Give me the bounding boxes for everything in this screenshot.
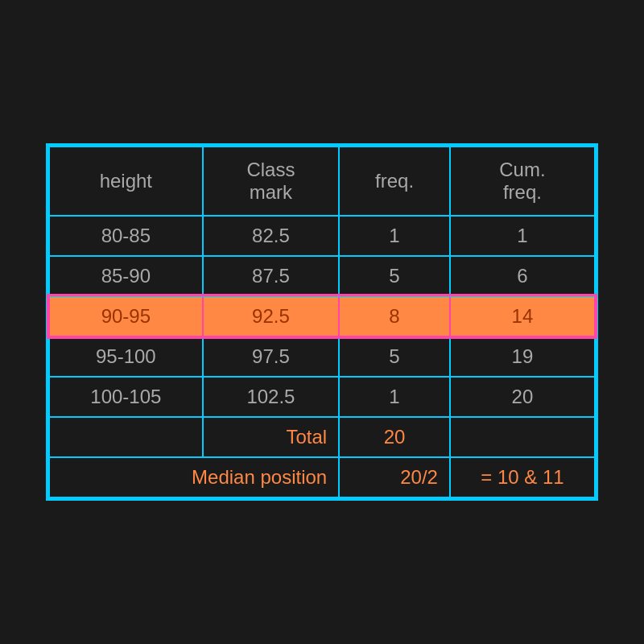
total-label: Total	[203, 417, 340, 457]
cell-height: 90-95	[49, 296, 203, 336]
cell-class-mark: 87.5	[203, 256, 340, 296]
cell-cum-freq: 20	[450, 377, 595, 417]
cell-class-mark: 82.5	[203, 216, 340, 256]
cell-freq: 5	[339, 336, 450, 377]
total-empty-1	[49, 417, 203, 457]
header-height: height	[49, 147, 203, 216]
header-freq: freq.	[339, 147, 450, 216]
cell-cum-freq: 19	[450, 336, 595, 377]
cell-cum-freq: 1	[450, 216, 595, 256]
table-row: 90-95 92.5 8 14	[49, 296, 595, 336]
cell-class-mark: 97.5	[203, 336, 340, 377]
total-row: Total 20	[49, 417, 595, 457]
total-empty-2	[450, 417, 595, 457]
frequency-table: height Class mark freq. Cum. freq. 80-85…	[46, 143, 598, 501]
cell-class-mark: 92.5	[203, 296, 340, 336]
header-row: height Class mark freq. Cum. freq.	[49, 147, 595, 216]
cell-height: 80-85	[49, 216, 203, 256]
cell-height: 95-100	[49, 336, 203, 377]
header-class-mark: Class mark	[203, 147, 340, 216]
cell-freq: 8	[339, 296, 450, 336]
median-value: 20/2	[339, 457, 450, 497]
header-cum-freq: Cum. freq.	[450, 147, 595, 216]
median-row: Median position 20/2 = 10 & 11	[49, 457, 595, 497]
median-label: Median position	[49, 457, 339, 497]
cell-cum-freq: 6	[450, 256, 595, 296]
cell-class-mark: 102.5	[203, 377, 340, 417]
cell-height: 85-90	[49, 256, 203, 296]
table-row: 100-105 102.5 1 20	[49, 377, 595, 417]
table-row: 85-90 87.5 5 6	[49, 256, 595, 296]
table-row: 95-100 97.5 5 19	[49, 336, 595, 377]
cell-freq: 1	[339, 377, 450, 417]
cell-cum-freq: 14	[450, 296, 595, 336]
table-row: 80-85 82.5 1 1	[49, 216, 595, 256]
median-result: = 10 & 11	[450, 457, 595, 497]
cell-freq: 5	[339, 256, 450, 296]
total-value: 20	[339, 417, 450, 457]
cell-freq: 1	[339, 216, 450, 256]
cell-height: 100-105	[49, 377, 203, 417]
